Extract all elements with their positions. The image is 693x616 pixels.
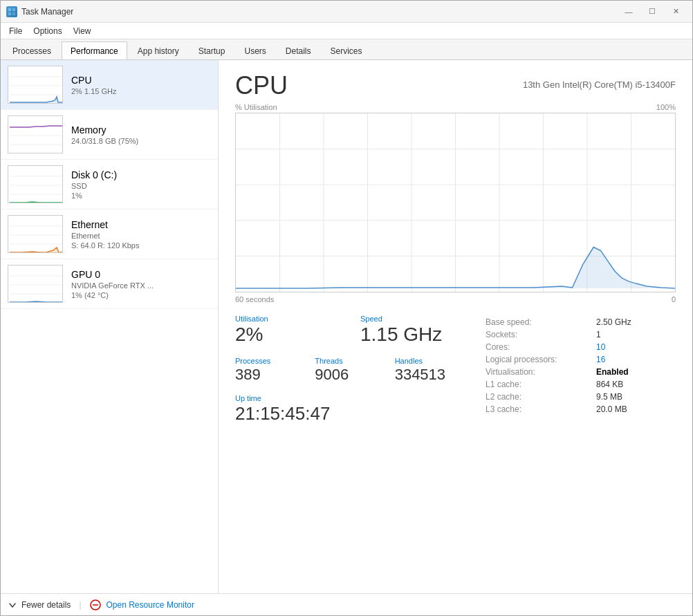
ethernet-speed: S: 64.0 R: 120 Kbps — [71, 241, 211, 250]
ethernet-label: Ethernet — [71, 219, 211, 230]
gpu-stats: 1% (42 °C) — [71, 291, 211, 299]
cores-label: Cores: — [486, 342, 596, 352]
logical-value: 16 — [596, 355, 676, 364]
utilisation-block: Utilisation 2% — [235, 315, 338, 346]
memory-stats: 24.0/31.8 GB (75%) — [71, 137, 211, 145]
uptime-value: 21:15:45:47 — [235, 404, 463, 424]
processes-row: Processes 389 Threads 9006 Handles 33451… — [235, 357, 463, 383]
stats-left: Utilisation 2% Speed 1.15 GHz Processes … — [235, 315, 463, 424]
close-button[interactable]: ✕ — [665, 4, 687, 19]
utilisation-speed-row: Utilisation 2% Speed 1.15 GHz — [235, 315, 463, 346]
handles-label: Handles — [395, 357, 463, 365]
l2-label: L2 cache: — [486, 392, 596, 402]
cpu-chart — [235, 113, 676, 292]
svg-rect-3 — [12, 12, 15, 15]
cores-value: 10 — [596, 342, 676, 352]
bottom-bar: Fewer details | Open Resource Monitor — [1, 593, 692, 615]
separator: | — [79, 600, 81, 610]
virtualisation-value: Enabled — [596, 367, 676, 377]
sidebar-item-ethernet[interactable]: Ethernet Ethernet S: 64.0 R: 120 Kbps — [1, 209, 218, 259]
maximize-button[interactable]: ☐ — [641, 4, 663, 19]
l1-value: 864 KB — [596, 380, 676, 389]
open-resource-monitor-button[interactable]: Open Resource Monitor — [107, 600, 194, 610]
menu-view[interactable]: View — [68, 23, 97, 39]
disk-usage: 1% — [71, 192, 211, 200]
cpu-label: CPU — [71, 75, 211, 86]
threads-value: 9006 — [315, 366, 383, 383]
tab-users[interactable]: Users — [235, 41, 275, 59]
speed-value: 1.15 GHz — [360, 324, 463, 346]
ethernet-type: Ethernet — [71, 232, 211, 240]
detail-header: CPU 13th Gen Intel(R) Core(TM) i5-13400F — [235, 71, 676, 100]
speed-block: Speed 1.15 GHz — [360, 315, 463, 346]
gpu-thumbnail — [8, 265, 63, 303]
disk-thumbnail — [8, 165, 63, 203]
cpu-thumbnail — [8, 66, 63, 104]
app-icon — [6, 6, 17, 17]
virtualisation-label: Virtualisation: — [486, 367, 596, 377]
chart-label-row: % Utilisation 100% — [235, 103, 676, 111]
fewer-details-button[interactable]: Fewer details — [21, 600, 71, 610]
tab-startup[interactable]: Startup — [190, 41, 234, 59]
info-right: Base speed: 2.50 GHz Sockets: 1 Cores: 1… — [486, 315, 676, 424]
y-axis-max: 100% — [656, 103, 676, 111]
sockets-value: 1 — [596, 330, 676, 339]
sidebar-item-disk[interactable]: Disk 0 (C:) SSD 1% — [1, 160, 218, 209]
detail-panel: CPU 13th Gen Intel(R) Core(TM) i5-13400F… — [219, 60, 692, 593]
memory-label: Memory — [71, 124, 211, 136]
svg-rect-4 — [10, 68, 62, 103]
processes-block: Processes 389 — [235, 357, 304, 383]
cpu-info-table: Base speed: 2.50 GHz Sockets: 1 Cores: 1… — [486, 317, 676, 414]
time-start: 60 seconds — [235, 295, 274, 304]
ethernet-sidebar-info: Ethernet Ethernet S: 64.0 R: 120 Kbps — [71, 219, 211, 250]
disk-label: Disk 0 (C:) — [71, 169, 211, 180]
no-entry-icon — [90, 599, 101, 610]
sidebar-item-gpu[interactable]: GPU 0 NVIDIA GeForce RTX ... 1% (42 °C) — [1, 259, 218, 309]
stats-info-area: Utilisation 2% Speed 1.15 GHz Processes … — [235, 315, 676, 424]
svg-rect-20 — [10, 267, 62, 302]
cpu-sidebar-info: CPU 2% 1.15 GHz — [71, 75, 211, 95]
menu-options[interactable]: Options — [28, 23, 67, 39]
y-axis-label: % Utilisation — [235, 103, 277, 111]
threads-label: Threads — [315, 357, 383, 365]
disk-sidebar-info: Disk 0 (C:) SSD 1% — [71, 169, 211, 200]
l1-label: L1 cache: — [486, 380, 596, 389]
sockets-label: Sockets: — [486, 330, 596, 339]
svg-rect-0 — [8, 8, 11, 11]
base-speed-value: 2.50 GHz — [596, 317, 676, 327]
tab-performance[interactable]: Performance — [62, 41, 127, 59]
gpu-sidebar-info: GPU 0 NVIDIA GeForce RTX ... 1% (42 °C) — [71, 269, 211, 299]
base-speed-label: Base speed: — [486, 317, 596, 327]
window-controls: — ☐ ✕ — [618, 4, 687, 19]
processes-value: 389 — [235, 366, 304, 383]
memory-thumbnail — [8, 115, 63, 153]
task-manager-window: Task Manager — ☐ ✕ File Options View Pro… — [0, 0, 693, 616]
l3-label: L3 cache: — [486, 404, 596, 414]
menu-file[interactable]: File — [3, 23, 28, 39]
sidebar-item-cpu[interactable]: CPU 2% 1.15 GHz — [1, 60, 218, 110]
cpu-stats: 2% 1.15 GHz — [71, 87, 211, 95]
minimize-button[interactable]: — — [618, 4, 640, 19]
sidebar-item-memory[interactable]: Memory 24.0/31.8 GB (75%) — [1, 110, 218, 160]
logical-label: Logical processors: — [486, 355, 596, 364]
gpu-label: GPU 0 — [71, 269, 211, 280]
tab-services[interactable]: Services — [322, 41, 371, 59]
threads-block: Threads 9006 — [315, 357, 383, 383]
svg-rect-12 — [10, 167, 62, 203]
svg-rect-1 — [12, 8, 15, 11]
time-end: 0 — [672, 295, 676, 304]
utilisation-label: Utilisation — [235, 315, 338, 323]
svg-rect-8 — [10, 118, 62, 153]
tab-bar: Processes Performance App history Startu… — [1, 39, 692, 60]
l3-value: 20.0 MB — [596, 404, 676, 414]
title-bar: Task Manager — ☐ ✕ — [1, 1, 692, 23]
tab-details[interactable]: Details — [277, 41, 320, 59]
handles-value: 334513 — [395, 366, 463, 383]
gpu-model: NVIDIA GeForce RTX ... — [71, 281, 211, 290]
utilisation-value: 2% — [235, 324, 338, 346]
ethernet-thumbnail — [8, 215, 63, 253]
processes-label: Processes — [235, 357, 304, 365]
tab-processes[interactable]: Processes — [3, 41, 60, 59]
tab-app-history[interactable]: App history — [129, 41, 188, 59]
l2-value: 9.5 MB — [596, 392, 676, 402]
